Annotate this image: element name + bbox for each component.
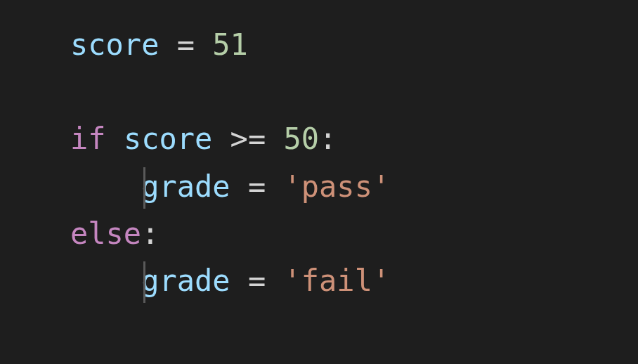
code-line-5: else: (70, 210, 638, 257)
variable-token: score (70, 27, 159, 62)
string-token: 'fail' (283, 264, 390, 298)
variable-token: grade (141, 169, 230, 204)
code-editor[interactable]: score = 51 if score >= 50: grade = 'pass… (70, 21, 638, 304)
punctuation-token: : (319, 122, 337, 156)
indent-guide (143, 167, 145, 209)
code-line-6: grade = 'fail' (70, 257, 638, 304)
keyword-token: else (70, 216, 141, 251)
code-line-3: if score >= 50: (70, 115, 638, 162)
keyword-token: if (70, 122, 106, 156)
number-token: 51 (212, 27, 248, 62)
string-token: 'pass' (283, 169, 390, 204)
code-line-1: score = 51 (70, 21, 638, 68)
operator-token: = (248, 169, 266, 204)
indent-guide (143, 261, 145, 303)
code-line-4: grade = 'pass' (70, 163, 638, 210)
operator-token: = (248, 264, 266, 298)
variable-token: score (124, 122, 212, 156)
number-token: 50 (283, 122, 319, 156)
punctuation-token: : (141, 216, 159, 251)
operator-token: = (177, 27, 195, 62)
operator-token: >= (230, 122, 266, 156)
variable-token: grade (141, 264, 230, 298)
code-line-blank (70, 68, 638, 115)
